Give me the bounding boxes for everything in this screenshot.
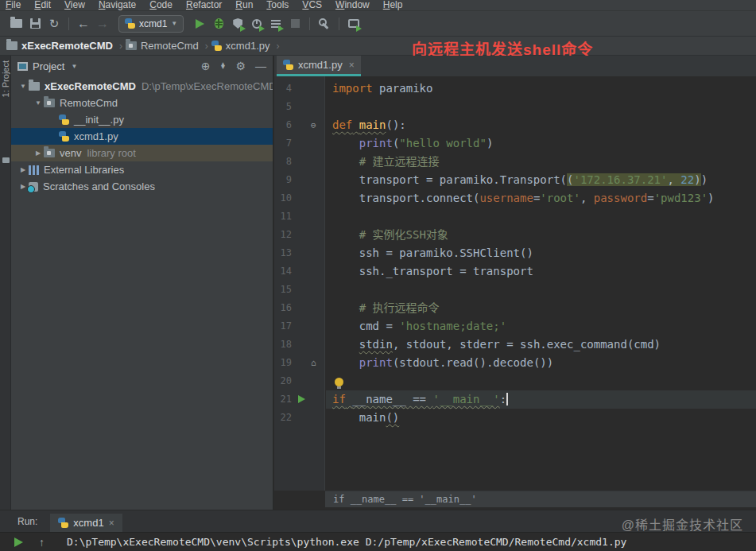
python-icon — [58, 518, 68, 528]
menu-help[interactable]: Help — [383, 0, 403, 10]
menu-edit[interactable]: Edit — [34, 0, 51, 10]
menu-vcs[interactable]: VCS — [302, 0, 322, 10]
code-line[interactable]: 7 print("hello world") — [274, 134, 756, 153]
project-tool-button[interactable]: 1: Project — [1, 60, 10, 97]
tree-arrow-icon[interactable]: ▼ — [17, 83, 29, 90]
rerun-icon[interactable] — [14, 537, 23, 547]
code-editor[interactable]: 4import paramiko56⊖def main():7 print("h… — [274, 76, 756, 491]
project-panel-title[interactable]: Project — [33, 60, 64, 72]
line-number: 6 — [274, 116, 292, 134]
menu-file[interactable]: File — [6, 0, 21, 10]
tree-item-scratches-and-consoles[interactable]: ▶Scratches and Consoles — [11, 178, 273, 195]
code-line[interactable]: 11 — [274, 208, 756, 226]
code-line[interactable]: 13 ssh = paramiko.SSHClient() — [274, 244, 756, 262]
code-line[interactable]: 22 main() — [274, 409, 756, 427]
run-tool-icon[interactable] — [344, 14, 363, 33]
package-icon — [44, 149, 55, 157]
up-arrow-icon[interactable]: ↑ — [39, 536, 45, 549]
folder-icon — [29, 82, 40, 91]
back-icon[interactable]: ← — [74, 14, 93, 33]
menu-navigate[interactable]: Navigate — [99, 0, 136, 10]
wrench-icon[interactable] — [315, 14, 334, 33]
fold-marker-icon[interactable]: ⊖ — [311, 116, 316, 134]
run-icon[interactable] — [190, 14, 209, 33]
code-text: print(stdout.read().decode()) — [332, 354, 756, 372]
menu-run[interactable]: Run — [235, 0, 253, 10]
folder-icon — [6, 41, 17, 50]
code-line[interactable]: 17 cmd = 'hostname;date;' — [274, 317, 756, 336]
tree-item-xexecremotecmd[interactable]: ▼xExecRemoteCMDD:\pTemp\xExecRemoteCMD — [11, 78, 273, 95]
collapse-all-icon[interactable]: ▲▼ — [220, 63, 227, 69]
tab-xcmd1[interactable]: xcmd1.py × — [277, 56, 361, 76]
close-icon[interactable]: × — [349, 60, 355, 71]
run-line-icon[interactable] — [298, 395, 305, 403]
close-icon[interactable]: × — [109, 518, 114, 529]
code-line[interactable]: 4import paramiko — [274, 80, 756, 98]
tree-item-venv[interactable]: ▶venvlibrary root — [11, 145, 273, 161]
gear-icon[interactable]: ⚙ — [235, 60, 246, 72]
editor-area: xcmd1.py × 4import paramiko56⊖def main()… — [274, 56, 756, 510]
breadcrumb-package[interactable]: RemoteCmd — [126, 40, 199, 52]
open-icon[interactable] — [6, 14, 25, 33]
tree-arrow-icon[interactable]: ▼ — [33, 99, 44, 107]
code-token: __name__ — [352, 393, 405, 405]
run-config-select[interactable]: xcmd1 ▼ — [118, 15, 184, 33]
code-token: stdin — [359, 338, 393, 351]
code-line[interactable]: 9 transport = paramiko.Transport(('172.1… — [274, 171, 756, 189]
code-token: import — [332, 82, 373, 95]
code-token: , — [667, 173, 680, 186]
intention-bulb-icon[interactable] — [335, 378, 343, 386]
code-line[interactable]: 15 — [274, 281, 756, 299]
code-line[interactable]: 10 transport.connect(username='root', pa… — [274, 189, 756, 208]
tree-arrow-icon[interactable]: ▶ — [17, 166, 29, 173]
fold-end-icon[interactable]: ⌂ — [311, 354, 316, 372]
chevron-right-icon: › — [119, 41, 122, 52]
code-line[interactable]: 8 # 建立远程连接 — [274, 153, 756, 171]
libraries-icon — [29, 165, 39, 175]
menu-code[interactable]: Code — [149, 0, 173, 10]
code-line[interactable]: 19⌂ print(stdout.read().decode()) — [274, 354, 756, 372]
run-tab-xcmd1[interactable]: xcmd1 × — [50, 514, 122, 533]
code-token: paramiko — [373, 82, 433, 95]
tree-item-xcmd1-py[interactable]: xcmd1.py — [11, 128, 273, 145]
code-line[interactable]: 6⊖def main(): — [274, 116, 756, 134]
project-tree: ▼xExecRemoteCMDD:\pTemp\xExecRemoteCMD▼R… — [11, 78, 273, 195]
code-line[interactable]: 5 — [274, 98, 756, 116]
code-line[interactable]: 20 — [274, 372, 756, 390]
sync-icon[interactable]: ↻ — [45, 14, 64, 33]
line-number: 18 — [274, 336, 292, 354]
concurrency-icon[interactable] — [266, 14, 285, 33]
code-line[interactable]: 21if __name__ == '__main__': — [274, 390, 756, 409]
sticky-context-line[interactable]: if __name__ == '__main__' — [325, 491, 756, 507]
save-icon[interactable] — [25, 14, 45, 33]
menu-tools[interactable]: Tools — [266, 0, 289, 10]
breadcrumb-project[interactable]: xExecRemoteCMD — [6, 40, 113, 52]
tree-item-external-libraries[interactable]: ▶External Libraries — [11, 161, 273, 178]
breadcrumb-file[interactable]: xcmd1.py — [211, 40, 270, 52]
menu-window[interactable]: Window — [335, 0, 370, 10]
tree-arrow-icon[interactable]: ▶ — [33, 149, 44, 157]
locate-icon[interactable]: ⊕ — [201, 60, 211, 72]
code-line[interactable]: 14 ssh._transport = transport — [274, 262, 756, 281]
tree-item-__init__-py[interactable]: __init__.py — [11, 111, 273, 128]
tool-window-stripe: 1: Project — [0, 56, 11, 532]
code-token: "hello world" — [399, 137, 487, 149]
menu-view[interactable]: View — [64, 0, 85, 10]
code-line[interactable]: 18 stdin, stdout, stderr = ssh.exec_comm… — [274, 336, 756, 354]
run-config-label: xcmd1 — [139, 18, 167, 29]
chevron-down-icon[interactable]: ▼ — [71, 63, 77, 70]
code-token: main — [359, 118, 386, 131]
profiler-icon[interactable] — [247, 14, 266, 33]
code-line[interactable]: 16 # 执行远程命令 — [274, 299, 756, 317]
code-line[interactable]: 12 # 实例化SSH对象 — [274, 226, 756, 244]
debug-icon[interactable] — [209, 14, 228, 33]
code-text: def main(): — [332, 116, 756, 134]
minimize-icon[interactable]: — — [255, 60, 266, 72]
menu-refactor[interactable]: Refactor — [186, 0, 222, 10]
scratches-icon — [29, 182, 38, 192]
forward-icon: → — [93, 14, 112, 33]
code-text: stdin, stdout, stderr = ssh.exec_command… — [332, 336, 756, 354]
tree-item-remotecmd[interactable]: ▼RemoteCmd — [11, 95, 273, 111]
coverage-icon[interactable] — [228, 14, 247, 33]
python-icon — [59, 114, 69, 125]
